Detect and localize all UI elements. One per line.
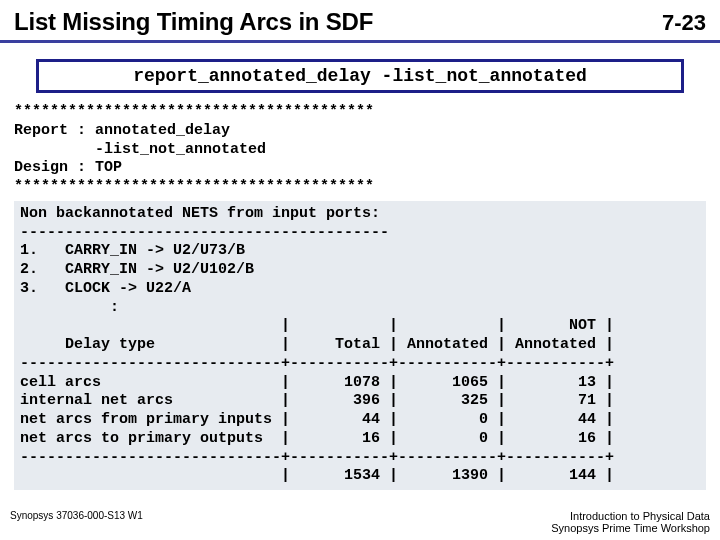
nets-dashes: ----------------------------------------…	[20, 224, 389, 241]
stars-bottom: ****************************************	[14, 178, 374, 195]
table-row-primary-outputs: net arcs to primary outputs | 16 | 0 | 1…	[20, 430, 614, 447]
slide-header: List Missing Timing Arcs in SDF 7-23	[0, 0, 720, 43]
slide-title: List Missing Timing Arcs in SDF	[14, 8, 373, 36]
net-row-1: 1. CARRY_IN -> U2/U73/B	[20, 242, 245, 259]
table-sep-top: -----------------------------+----------…	[20, 355, 614, 372]
report-line3: Design : TOP	[14, 159, 122, 176]
report-meta: ****************************************…	[14, 103, 706, 197]
report-line1: Report : annotated_delay	[14, 122, 230, 139]
net-row-3: 3. CLOCK -> U22/A	[20, 280, 191, 297]
net-dots: :	[20, 299, 119, 316]
table-hdr2: Delay type | Total | Annotated | Annotat…	[20, 336, 614, 353]
nets-heading: Non backannotated NETS from input ports:	[20, 205, 380, 222]
stars-top: ****************************************	[14, 103, 374, 120]
table-sep-bottom: -----------------------------+----------…	[20, 449, 614, 466]
nets-block: Non backannotated NETS from input ports:…	[14, 201, 706, 490]
footer-right-line2: Synopsys Prime Time Workshop	[551, 522, 710, 534]
command-box: report_annotated_delay -list_not_annotat…	[36, 59, 684, 93]
slide-footer: Synopsys 37036-000-S13 W1 Introduction t…	[0, 510, 720, 534]
page-number: 7-23	[662, 10, 706, 36]
footer-right: Introduction to Physical Data Synopsys P…	[551, 510, 710, 534]
command-text: report_annotated_delay -list_not_annotat…	[133, 66, 587, 86]
net-row-2: 2. CARRY_IN -> U2/U102/B	[20, 261, 254, 278]
report-line2: -list_not_annotated	[14, 141, 266, 158]
table-totals: | 1534 | 1390 | 144 |	[20, 467, 614, 484]
footer-right-line1: Introduction to Physical Data	[551, 510, 710, 522]
footer-left: Synopsys 37036-000-S13 W1	[10, 510, 143, 534]
table-row-cell-arcs: cell arcs | 1078 | 1065 | 13 |	[20, 374, 614, 391]
table-hdr1: | | | NOT |	[20, 317, 614, 334]
table-row-internal-net-arcs: internal net arcs | 396 | 325 | 71 |	[20, 392, 614, 409]
table-row-primary-inputs: net arcs from primary inputs | 44 | 0 | …	[20, 411, 614, 428]
